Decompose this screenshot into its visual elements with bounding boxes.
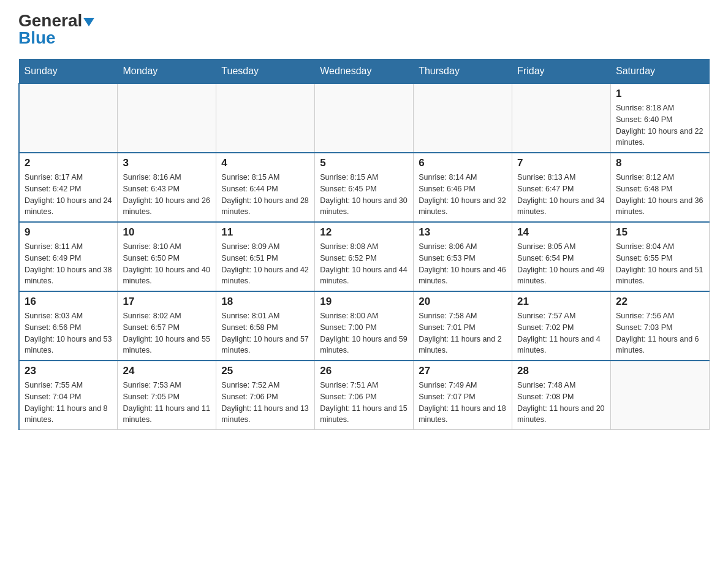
day-info: Sunrise: 8:05 AMSunset: 6:54 PMDaylight:…	[517, 241, 605, 287]
day-number: 6	[419, 157, 507, 169]
day-info: Sunrise: 7:57 AMSunset: 7:02 PMDaylight:…	[517, 310, 605, 356]
calendar-day-cell: 25Sunrise: 7:52 AMSunset: 7:06 PMDayligh…	[216, 361, 315, 430]
logo-general: General	[18, 12, 94, 29]
calendar-day-cell: 21Sunrise: 7:57 AMSunset: 7:02 PMDayligh…	[512, 291, 611, 361]
calendar-week-row: 23Sunrise: 7:55 AMSunset: 7:04 PMDayligh…	[19, 361, 710, 430]
page-header: General Blue	[18, 12, 710, 47]
calendar-day-cell	[315, 83, 414, 153]
calendar-table: SundayMondayTuesdayWednesdayThursdayFrid…	[18, 59, 710, 430]
day-number: 2	[25, 157, 112, 169]
calendar-day-cell	[611, 361, 710, 430]
logo-triangle-icon	[83, 18, 94, 26]
day-info: Sunrise: 8:15 AMSunset: 6:45 PMDaylight:…	[320, 172, 408, 218]
day-info: Sunrise: 8:15 AMSunset: 6:44 PMDaylight:…	[221, 172, 309, 218]
calendar-week-row: 1Sunrise: 8:18 AMSunset: 6:40 PMDaylight…	[19, 83, 710, 153]
day-number: 10	[123, 226, 211, 239]
day-number: 9	[25, 226, 112, 239]
day-number: 24	[123, 365, 211, 377]
calendar-week-row: 16Sunrise: 8:03 AMSunset: 6:56 PMDayligh…	[19, 291, 710, 361]
day-info: Sunrise: 8:18 AMSunset: 6:40 PMDaylight:…	[616, 102, 704, 148]
day-info: Sunrise: 8:08 AMSunset: 6:52 PMDaylight:…	[320, 241, 408, 287]
day-info: Sunrise: 7:55 AMSunset: 7:04 PMDaylight:…	[25, 380, 112, 426]
day-number: 4	[221, 157, 309, 169]
day-number: 15	[616, 226, 704, 239]
calendar-day-cell: 13Sunrise: 8:06 AMSunset: 6:53 PMDayligh…	[414, 222, 512, 291]
calendar-day-cell: 27Sunrise: 7:49 AMSunset: 7:07 PMDayligh…	[414, 361, 512, 430]
logo: General Blue	[18, 12, 94, 47]
day-number: 27	[419, 365, 507, 377]
day-number: 11	[221, 226, 309, 239]
day-info: Sunrise: 7:48 AMSunset: 7:08 PMDaylight:…	[517, 380, 605, 426]
calendar-day-cell: 23Sunrise: 7:55 AMSunset: 7:04 PMDayligh…	[19, 361, 118, 430]
day-info: Sunrise: 7:51 AMSunset: 7:06 PMDaylight:…	[320, 380, 408, 426]
calendar-day-cell	[512, 83, 611, 153]
calendar-day-cell: 5Sunrise: 8:15 AMSunset: 6:45 PMDaylight…	[315, 153, 414, 222]
day-number: 25	[221, 365, 309, 377]
day-of-week-header: Tuesday	[216, 59, 315, 84]
day-info: Sunrise: 8:10 AMSunset: 6:50 PMDaylight:…	[123, 241, 211, 287]
day-number: 19	[320, 296, 408, 308]
day-number: 20	[419, 296, 507, 308]
calendar-header: SundayMondayTuesdayWednesdayThursdayFrid…	[19, 59, 710, 84]
day-number: 22	[616, 296, 704, 308]
calendar-week-row: 9Sunrise: 8:11 AMSunset: 6:49 PMDaylight…	[19, 222, 710, 291]
calendar-body: 1Sunrise: 8:18 AMSunset: 6:40 PMDaylight…	[19, 83, 710, 430]
day-number: 17	[123, 296, 211, 308]
day-number: 7	[517, 157, 605, 169]
day-number: 18	[221, 296, 309, 308]
day-info: Sunrise: 8:02 AMSunset: 6:57 PMDaylight:…	[123, 310, 211, 356]
calendar-day-cell: 12Sunrise: 8:08 AMSunset: 6:52 PMDayligh…	[315, 222, 414, 291]
day-info: Sunrise: 8:01 AMSunset: 6:58 PMDaylight:…	[221, 310, 309, 356]
day-info: Sunrise: 7:58 AMSunset: 7:01 PMDaylight:…	[419, 310, 507, 356]
calendar-day-cell: 24Sunrise: 7:53 AMSunset: 7:05 PMDayligh…	[118, 361, 216, 430]
day-number: 14	[517, 226, 605, 239]
calendar-day-cell: 14Sunrise: 8:05 AMSunset: 6:54 PMDayligh…	[512, 222, 611, 291]
day-number: 23	[25, 365, 112, 377]
day-info: Sunrise: 7:52 AMSunset: 7:06 PMDaylight:…	[221, 380, 309, 426]
day-number: 8	[616, 157, 704, 169]
calendar-week-row: 2Sunrise: 8:17 AMSunset: 6:42 PMDaylight…	[19, 153, 710, 222]
calendar-day-cell: 4Sunrise: 8:15 AMSunset: 6:44 PMDaylight…	[216, 153, 315, 222]
calendar-day-cell: 1Sunrise: 8:18 AMSunset: 6:40 PMDaylight…	[611, 83, 710, 153]
calendar-day-cell: 9Sunrise: 8:11 AMSunset: 6:49 PMDaylight…	[19, 222, 118, 291]
day-of-week-header: Sunday	[19, 59, 118, 84]
day-info: Sunrise: 8:16 AMSunset: 6:43 PMDaylight:…	[123, 172, 211, 218]
day-of-week-header: Friday	[512, 59, 611, 84]
day-number: 3	[123, 157, 211, 169]
day-of-week-header: Monday	[118, 59, 216, 84]
calendar-day-cell: 15Sunrise: 8:04 AMSunset: 6:55 PMDayligh…	[611, 222, 710, 291]
calendar-day-cell: 18Sunrise: 8:01 AMSunset: 6:58 PMDayligh…	[216, 291, 315, 361]
day-info: Sunrise: 8:13 AMSunset: 6:47 PMDaylight:…	[517, 172, 605, 218]
calendar-day-cell: 7Sunrise: 8:13 AMSunset: 6:47 PMDaylight…	[512, 153, 611, 222]
day-number: 26	[320, 365, 408, 377]
day-info: Sunrise: 8:11 AMSunset: 6:49 PMDaylight:…	[25, 241, 112, 287]
calendar-day-cell: 6Sunrise: 8:14 AMSunset: 6:46 PMDaylight…	[414, 153, 512, 222]
day-info: Sunrise: 8:09 AMSunset: 6:51 PMDaylight:…	[221, 241, 309, 287]
day-info: Sunrise: 7:53 AMSunset: 7:05 PMDaylight:…	[123, 380, 211, 426]
calendar-day-cell: 19Sunrise: 8:00 AMSunset: 7:00 PMDayligh…	[315, 291, 414, 361]
calendar-day-cell	[118, 83, 216, 153]
day-of-week-header: Saturday	[611, 59, 710, 84]
day-info: Sunrise: 8:12 AMSunset: 6:48 PMDaylight:…	[616, 172, 704, 218]
day-number: 16	[25, 296, 112, 308]
calendar-day-cell: 11Sunrise: 8:09 AMSunset: 6:51 PMDayligh…	[216, 222, 315, 291]
day-number: 13	[419, 226, 507, 239]
calendar-day-cell	[19, 83, 118, 153]
calendar-day-cell: 2Sunrise: 8:17 AMSunset: 6:42 PMDaylight…	[19, 153, 118, 222]
day-number: 1	[616, 88, 704, 100]
day-info: Sunrise: 8:04 AMSunset: 6:55 PMDaylight:…	[616, 241, 704, 287]
day-info: Sunrise: 8:14 AMSunset: 6:46 PMDaylight:…	[419, 172, 507, 218]
calendar-day-cell: 22Sunrise: 7:56 AMSunset: 7:03 PMDayligh…	[611, 291, 710, 361]
logo-blue: Blue	[18, 29, 56, 47]
day-number: 5	[320, 157, 408, 169]
day-info: Sunrise: 8:00 AMSunset: 7:00 PMDaylight:…	[320, 310, 408, 356]
day-info: Sunrise: 8:06 AMSunset: 6:53 PMDaylight:…	[419, 241, 507, 287]
day-number: 28	[517, 365, 605, 377]
day-info: Sunrise: 8:03 AMSunset: 6:56 PMDaylight:…	[25, 310, 112, 356]
calendar-day-cell: 10Sunrise: 8:10 AMSunset: 6:50 PMDayligh…	[118, 222, 216, 291]
calendar-day-cell: 26Sunrise: 7:51 AMSunset: 7:06 PMDayligh…	[315, 361, 414, 430]
day-of-week-header: Wednesday	[315, 59, 414, 84]
day-info: Sunrise: 8:17 AMSunset: 6:42 PMDaylight:…	[25, 172, 112, 218]
day-info: Sunrise: 7:56 AMSunset: 7:03 PMDaylight:…	[616, 310, 704, 356]
calendar-day-cell: 20Sunrise: 7:58 AMSunset: 7:01 PMDayligh…	[414, 291, 512, 361]
